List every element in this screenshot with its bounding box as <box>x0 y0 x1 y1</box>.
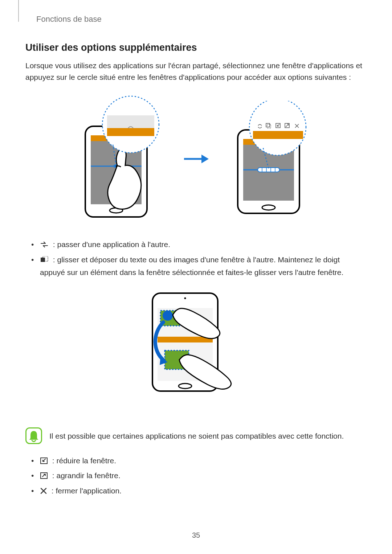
svg-rect-8 <box>107 128 154 136</box>
list-item: : passer d'une application à l'autre. <box>29 239 367 252</box>
list-item: : réduire la fenêtre. <box>29 455 367 468</box>
figure-drag-drop <box>25 290 367 413</box>
list-item-text: : glisser et déposer du texte ou des ima… <box>40 255 343 277</box>
list-item-text: : passer d'une application à l'autre. <box>51 240 170 249</box>
note-text: Il est possible que certaines applicatio… <box>49 427 344 442</box>
list-item: : agrandir la fenêtre. <box>29 470 367 483</box>
svg-point-33 <box>184 297 186 299</box>
intro-paragraph: Lorsque vous utilisez des applications s… <box>25 60 367 83</box>
options-list-2: : réduire la fenêtre. : agrandir la fenê… <box>25 455 367 498</box>
expand-window-icon <box>40 471 48 483</box>
svg-rect-9 <box>107 115 154 128</box>
list-item-text: : agrandir la fenêtre. <box>50 471 121 480</box>
svg-rect-25 <box>253 131 303 139</box>
list-item: : fermer l'application. <box>29 485 367 498</box>
close-icon <box>40 486 47 498</box>
drag-drop-icon <box>40 255 49 267</box>
note: Il est possible que certaines applicatio… <box>25 427 367 444</box>
figure-options-expanded <box>223 101 318 217</box>
margin-rule <box>18 0 19 22</box>
list-item-text: : réduire la fenêtre. <box>50 456 116 465</box>
svg-rect-35 <box>158 303 213 308</box>
svg-marker-11 <box>201 155 209 163</box>
list-item: : glisser et déposer du texte ou des ima… <box>29 254 367 279</box>
info-bell-icon <box>25 427 42 444</box>
swap-icon <box>40 240 49 252</box>
svg-point-38 <box>163 311 173 321</box>
list-item-text: : fermer l'application. <box>49 487 122 495</box>
chapter-title: Fonctions de base <box>36 15 367 24</box>
shrink-window-icon <box>40 456 48 468</box>
section-heading: Utiliser des options supplémentaires <box>25 42 367 53</box>
arrow-right-icon <box>183 152 209 166</box>
figure-split-screen-options <box>25 94 367 224</box>
page-number: 35 <box>0 531 392 539</box>
figure-tap-handle <box>74 94 169 224</box>
options-list-1: : passer d'une application à l'autre. : … <box>25 239 367 279</box>
